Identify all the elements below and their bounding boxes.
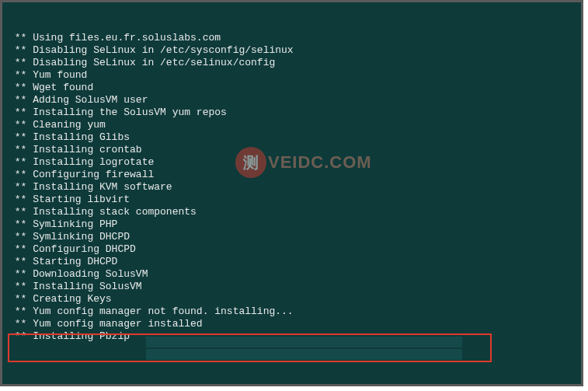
log-line: ** Yum config manager not found. install…: [9, 305, 581, 318]
log-line: ** Adding SolusVM user: [9, 94, 581, 106]
log-line: ** Installing Glibs: [9, 131, 581, 144]
log-line: ** Creating Keys: [9, 293, 581, 305]
log-line: ** Configuring DHCPD: [9, 243, 581, 256]
log-line: ** Installing crontab: [9, 144, 581, 156]
log-line: ** Symlinking DHCPD: [9, 231, 581, 243]
log-line: ** Installing KVM software: [9, 181, 581, 194]
log-line: ** Installing SolusVM: [9, 281, 581, 293]
log-line: ** Configuring firewall: [9, 169, 581, 181]
log-line: ** Installing the SolusVM yum repos: [9, 106, 581, 119]
id-password-value-masked: [146, 349, 462, 360]
log-line: ** Starting libvirt: [9, 194, 581, 206]
id-key-value-masked: [146, 337, 462, 347]
log-line: ** Installing logrotate: [9, 156, 581, 169]
install-log: ** Using files.eu.fr.soluslabs.com ** Di…: [9, 32, 581, 343]
terminal-window: ** Using files.eu.fr.soluslabs.com ** Di…: [0, 0, 583, 386]
log-line: ** Wget found: [9, 82, 581, 94]
log-line: ** Disabling SeLinux in /etc/sysconfig/s…: [9, 44, 581, 57]
log-line: ** Yum config manager installed: [9, 318, 581, 330]
log-line: ** Symlinking PHP: [9, 218, 581, 231]
log-line: ** Yum found: [9, 69, 581, 82]
log-line: ** Using files.eu.fr.soluslabs.com: [9, 32, 581, 44]
log-line: ** Installing stack components: [9, 206, 581, 218]
log-line: ** Downloading SolusVM: [9, 268, 581, 281]
blank-line: [9, 368, 581, 380]
log-line: ** Cleaning yum: [9, 119, 581, 131]
log-line: ** Disabling SeLinux in /etc/selinux/con…: [9, 57, 581, 69]
log-line: ** Starting DHCPD: [9, 256, 581, 268]
